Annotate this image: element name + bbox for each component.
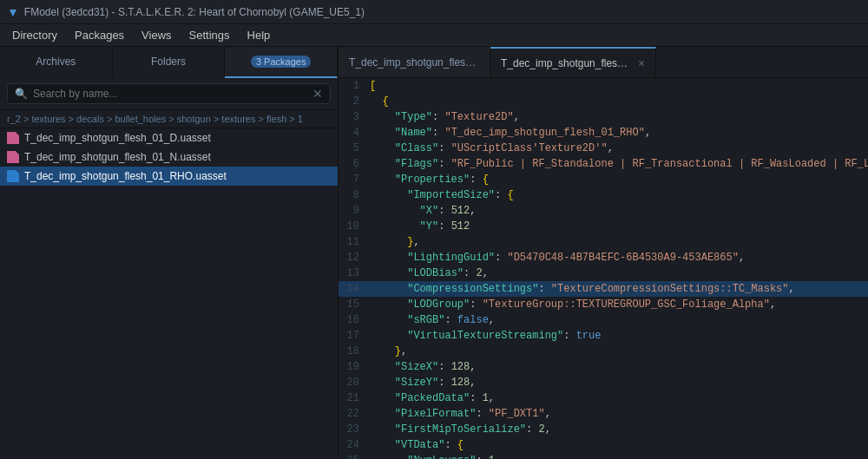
code-line: 18 }, (339, 344, 868, 359)
code-line: 5 "Class": "UScriptClass'Texture2D'", (339, 141, 868, 156)
line-number: 11 (339, 234, 370, 250)
line-content: "Name": "T_dec_imp_shotgun_flesh_01_RHO"… (370, 125, 868, 141)
line-content: [ (370, 78, 868, 94)
file-list: T_dec_imp_shotgun_flesh_01_D.uasset T_de… (0, 128, 338, 459)
line-number: 24 (339, 437, 370, 453)
search-clear-icon[interactable]: ✕ (312, 87, 323, 101)
title-text: FModel (3edcd31) - S.T.A.L.K.E.R. 2: Hea… (24, 6, 365, 18)
right-panel: T_dec_imp_shotgun_flesh... T_dec_imp_sho… (339, 47, 868, 459)
tab-folders[interactable]: Folders (113, 47, 226, 78)
line-number: 16 (339, 312, 370, 328)
search-input[interactable] (33, 88, 312, 100)
code-line: 13 "LODBias": 2, (339, 266, 868, 281)
app-icon: ▼ (7, 5, 19, 19)
menu-directory[interactable]: Directory (3, 27, 66, 43)
line-number: 22 (339, 406, 370, 422)
line-content: "Y": 512 (370, 219, 868, 234)
line-number: 19 (339, 359, 370, 375)
file-tab-2[interactable]: T_dec_imp_shotgun_flesh... × (490, 47, 656, 77)
file-tab-1[interactable]: T_dec_imp_shotgun_flesh... (339, 47, 490, 77)
file-tabs: T_dec_imp_shotgun_flesh... T_dec_imp_sho… (339, 47, 868, 78)
line-number: 6 (339, 156, 370, 172)
line-content: "X": 512, (370, 203, 868, 219)
line-number: 5 (339, 141, 370, 156)
line-content: "LODBias": 2, (370, 266, 868, 281)
code-line: 6 "Flags": "RF_Public | RF_Standalone | … (339, 156, 868, 172)
line-content: "ImportedSize": { (370, 187, 868, 203)
panel-tabs: Archives Folders 3 Packages (0, 47, 338, 78)
file-icon-rho (7, 170, 19, 182)
line-number: 17 (339, 328, 370, 344)
code-line: 24 "VTData": { (339, 437, 868, 453)
file-icon-d (7, 132, 19, 144)
code-line: 25 "NumLayers": 1, (339, 453, 868, 459)
code-line: 19 "SizeX": 128, (339, 359, 868, 375)
code-line: 11 }, (339, 234, 868, 250)
breadcrumb: r_2 > textures > decals > bullet_holes >… (0, 110, 338, 128)
title-bar: ▼ FModel (3edcd31) - S.T.A.L.K.E.R. 2: H… (0, 0, 868, 24)
code-area[interactable]: 1[2 {3 "Type": "Texture2D",4 "Name": "T_… (339, 78, 868, 459)
code-line: 7 "Properties": { (339, 172, 868, 187)
line-content: }, (370, 234, 868, 250)
line-content: "SizeY": 128, (370, 375, 868, 390)
main-layout: Archives Folders 3 Packages 🔍 ✕ r_2 > te… (0, 47, 868, 459)
line-number: 23 (339, 422, 370, 437)
code-line: 2 { (339, 94, 868, 109)
code-line: 21 "PackedData": 1, (339, 390, 868, 406)
line-content: "LODGroup": "TextureGroup::TEXTUREGROUP_… (370, 297, 868, 312)
line-number: 3 (339, 109, 370, 125)
file-item-rho[interactable]: T_dec_imp_shotgun_flesh_01_RHO.uasset (0, 167, 338, 186)
search-container: 🔍 ✕ (7, 83, 331, 104)
file-item-n[interactable]: T_dec_imp_shotgun_flesh_01_N.uasset (0, 148, 338, 167)
line-content: "VTData": { (370, 437, 868, 453)
line-content: "PixelFormat": "PF_DXT1", (370, 406, 868, 422)
line-content: }, (370, 344, 868, 359)
code-line: 14 "CompressionSettings": "TextureCompre… (339, 281, 868, 297)
search-bar: 🔍 ✕ (0, 78, 338, 110)
line-content: { (370, 94, 868, 109)
line-number: 10 (339, 219, 370, 234)
code-line: 4 "Name": "T_dec_imp_shotgun_flesh_01_RH… (339, 125, 868, 141)
tab-archives[interactable]: Archives (0, 47, 113, 78)
menu-packages[interactable]: Packages (66, 27, 133, 43)
line-number: 25 (339, 453, 370, 459)
code-line: 22 "PixelFormat": "PF_DXT1", (339, 406, 868, 422)
code-line: 10 "Y": 512 (339, 219, 868, 234)
code-line: 12 "LightingGuid": "D5470C48-4B7B4EFC-6B… (339, 250, 868, 266)
line-content: "Properties": { (370, 172, 868, 187)
menu-help[interactable]: Help (239, 27, 279, 43)
line-content: "PackedData": 1, (370, 390, 868, 406)
line-number: 21 (339, 390, 370, 406)
line-number: 18 (339, 344, 370, 359)
code-line: 20 "SizeY": 128, (339, 375, 868, 390)
packages-badge: 3 Packages (251, 56, 311, 68)
line-number: 4 (339, 125, 370, 141)
line-content: "VirtualTextureStreaming": true (370, 328, 868, 344)
line-content: "FirstMipToSerialize": 2, (370, 422, 868, 437)
tab-packages[interactable]: 3 Packages (225, 47, 338, 78)
line-content: "Class": "UScriptClass'Texture2D'", (370, 141, 868, 156)
line-number: 15 (339, 297, 370, 312)
line-content: "sRGB": false, (370, 312, 868, 328)
line-content: "CompressionSettings": "TextureCompressi… (370, 281, 868, 297)
line-number: 2 (339, 94, 370, 109)
search-icon: 🔍 (15, 88, 28, 100)
line-number: 7 (339, 172, 370, 187)
left-panel: Archives Folders 3 Packages 🔍 ✕ r_2 > te… (0, 47, 339, 459)
menu-bar: Directory Packages Views Settings Help (0, 24, 868, 47)
code-line: 1[ (339, 78, 868, 94)
line-number: 1 (339, 78, 370, 94)
line-number: 9 (339, 203, 370, 219)
line-content: "NumLayers": 1, (370, 453, 868, 459)
line-content: "SizeX": 128, (370, 359, 868, 375)
code-line: 23 "FirstMipToSerialize": 2, (339, 422, 868, 437)
file-item-d[interactable]: T_dec_imp_shotgun_flesh_01_D.uasset (0, 128, 338, 148)
line-content: "LightingGuid": "D5470C48-4B7B4EFC-6B453… (370, 250, 868, 266)
file-icon-n (7, 151, 19, 163)
code-line: 8 "ImportedSize": { (339, 187, 868, 203)
menu-views[interactable]: Views (133, 27, 180, 43)
file-tab-close-icon[interactable]: × (638, 56, 645, 70)
code-line: 3 "Type": "Texture2D", (339, 109, 868, 125)
menu-settings[interactable]: Settings (181, 27, 239, 43)
line-content: "Flags": "RF_Public | RF_Standalone | RF… (370, 156, 868, 172)
